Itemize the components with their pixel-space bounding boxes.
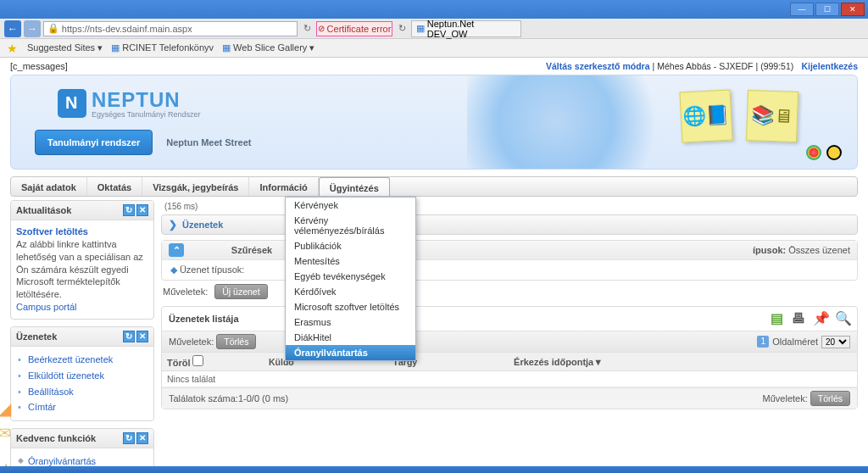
- export-xls-icon[interactable]: ▤: [769, 311, 784, 326]
- back-button[interactable]: ←: [4, 20, 21, 37]
- certificate-error[interactable]: ⊘ Certificate error: [316, 21, 392, 36]
- fav-oranyilvantartas[interactable]: Óranyilvántartás: [28, 456, 96, 466]
- print-icon[interactable]: 🖶: [791, 311, 806, 326]
- mail-icon[interactable]: ✉: [0, 424, 17, 442]
- pin-icon[interactable]: 📌: [813, 311, 828, 326]
- settings-link[interactable]: Beállítások: [28, 387, 74, 397]
- logout-link[interactable]: Kijelentkezés: [801, 61, 858, 71]
- maximize-button[interactable]: ☐: [815, 3, 839, 16]
- submenu-egyeb[interactable]: Egyéb tevékenységek: [286, 269, 415, 284]
- close-icon[interactable]: ✕: [136, 331, 148, 342]
- c-messages: [c_messages]: [10, 61, 68, 71]
- browser-address-bar: ← → 🔒 https://nts-dev.sdainf.main.aspx ↻…: [0, 19, 868, 39]
- collapse-toggle[interactable]: ⌃: [169, 243, 184, 257]
- fav-suggested[interactable]: Suggested Sites ▾: [27, 42, 103, 53]
- message-list-panel: Üzenetek listája ▤ 🖶 📌 🔍 Műveletek: Törl…: [161, 306, 858, 409]
- col-delete: Töröl: [167, 358, 191, 368]
- top-line: [c_messages] Váltás szerkesztő módra | M…: [0, 58, 868, 75]
- menu-informacio[interactable]: Információ: [249, 177, 318, 196]
- refresh-icon[interactable]: ↻: [123, 432, 135, 444]
- section-title: Üzenetek: [182, 220, 223, 230]
- pagesize-select[interactable]: 20: [821, 336, 850, 348]
- load-time: (156 ms): [164, 202, 858, 211]
- main-menu: Saját adatok Oktatás Vizsgák, jegybeírás…: [10, 176, 858, 197]
- panel-messages: Üzenetek ↻✕ Beérkezett üzenetek Elküldöt…: [10, 326, 154, 421]
- panel-messages-title: Üzenetek: [16, 331, 57, 342]
- fav-webslice[interactable]: ▦ Web Slice Gallery ▾: [222, 42, 314, 53]
- session-timer: (999:51): [760, 61, 793, 71]
- page-number[interactable]: 1: [757, 336, 769, 348]
- mode-academic[interactable]: Tanulmányi rendszer: [35, 130, 153, 155]
- new-message-button[interactable]: Új üzenet: [214, 284, 267, 299]
- refresh-icon[interactable]: ↻: [300, 23, 314, 34]
- software-download-link[interactable]: Szoftver letöltés: [16, 226, 88, 236]
- submenu-kerveny-biralas[interactable]: Kérvény véleményezés/bírálás: [286, 213, 415, 238]
- submenu-ugyintezes: Kérvények Kérvény véleményezés/bírálás P…: [285, 197, 416, 361]
- filter-box: ⌃ Szűrések ípusok: Összes üzenet ◆ Üzene…: [161, 240, 858, 281]
- operations-row: Műveletek: Új üzenet: [163, 284, 858, 299]
- mode-meetstreet[interactable]: Neptun Meet Street: [153, 131, 264, 154]
- no-result: Nincs találat: [162, 371, 857, 387]
- delete-button-bottom[interactable]: Törlés: [810, 391, 850, 406]
- refresh-icon-2[interactable]: ↻: [395, 23, 409, 34]
- logo-text: NEPTUN: [92, 88, 200, 112]
- postit-icon: 📚🖥: [746, 90, 798, 142]
- switch-edit-mode-link[interactable]: Váltás szerkesztő módra: [546, 61, 650, 71]
- submenu-kerdoivek[interactable]: Kérdőívek: [286, 284, 415, 299]
- chevron-right-icon[interactable]: ❯: [169, 219, 177, 231]
- submenu-kervenyek[interactable]: Kérvények: [286, 198, 415, 213]
- minimize-button[interactable]: —: [790, 3, 814, 16]
- browser-tab[interactable]: ▦ Neptun.Net DEV_OW: [411, 20, 521, 37]
- panel-news: Aktualitások ↻✕ Szoftver letöltés Az alá…: [10, 200, 154, 320]
- panel-news-title: Aktualitások: [16, 205, 71, 215]
- message-table: Töröl Küldő Tárgy Érkezés időpontja▼ Nin…: [162, 353, 857, 387]
- panel-fav-title: Kedvenc funkciók: [16, 433, 96, 443]
- close-button[interactable]: ✕: [841, 3, 865, 16]
- mode-ribbon: Tanulmányi rendszer Neptun Meet Street: [35, 130, 264, 155]
- contrast-icon[interactable]: [826, 145, 842, 160]
- addressbook-link[interactable]: Címtár: [28, 402, 56, 412]
- logo-subtitle: Egységes Tanulmányi Rendszer: [92, 110, 200, 119]
- ops-label3: Műveletek:: [763, 393, 808, 403]
- refresh-icon[interactable]: ↻: [123, 331, 135, 342]
- menu-vizsgak[interactable]: Vizsgák, jegybeírás: [142, 177, 249, 196]
- result-count: Találatok száma:1-0/0 (0 ms): [169, 393, 288, 403]
- submenu-erasmus[interactable]: Erasmus: [286, 314, 415, 330]
- refresh-icon[interactable]: ↻: [123, 204, 135, 216]
- submenu-diakhitel[interactable]: DiákHitel: [286, 330, 415, 345]
- header-banner: NEPTUN Egységes Tanulmányi Rendszer Tanu…: [10, 75, 858, 170]
- close-icon[interactable]: ✕: [136, 204, 148, 216]
- col-arrived[interactable]: Érkezés időpontja▼: [509, 353, 857, 371]
- forward-button[interactable]: →: [24, 20, 41, 37]
- menu-ugyintezes[interactable]: Ügyintézés: [319, 177, 390, 196]
- postit-group: 🌐📘 📚🖥: [681, 91, 798, 142]
- submenu-publikaciok[interactable]: Publikációk: [286, 238, 415, 253]
- browser-status-bar: [0, 466, 868, 473]
- sent-link[interactable]: Elküldött üzenetek: [28, 370, 104, 381]
- window-titlebar: — ☐ ✕: [0, 0, 868, 19]
- campus-portal-link[interactable]: Campus portál: [16, 302, 77, 312]
- logo: NEPTUN Egységes Tanulmányi Rendszer: [58, 88, 200, 119]
- search-icon[interactable]: 🔍: [835, 311, 850, 326]
- inbox-link[interactable]: Beérkezett üzenetek: [28, 354, 113, 364]
- submenu-mentesites[interactable]: Mentesítés: [286, 253, 415, 269]
- postit-icon: 🌐📘: [679, 89, 732, 142]
- select-all-checkbox[interactable]: [192, 355, 203, 366]
- menu-sajat-adatok[interactable]: Saját adatok: [11, 177, 87, 196]
- favorites-star-icon[interactable]: ★: [7, 42, 19, 54]
- banner-graphic: [467, 75, 687, 170]
- submenu-oranyilvantartas[interactable]: Óranyilvántartás: [286, 345, 415, 360]
- fav-phonebook[interactable]: ▦ RCINET Telefonkönyv: [111, 42, 214, 53]
- close-icon[interactable]: ✕: [136, 432, 148, 444]
- section-heading: ❯ Üzenetek: [161, 214, 858, 235]
- menu-oktatas[interactable]: Oktatás: [87, 177, 142, 196]
- color-theme-icon[interactable]: [806, 145, 821, 160]
- logo-icon: [58, 89, 86, 118]
- user-name: Méhes Abbás - SJXEDF: [657, 61, 753, 71]
- url-field[interactable]: 🔒 https://nts-dev.sdainf.main.aspx: [43, 21, 298, 36]
- list-title: Üzenetek listája: [169, 314, 239, 324]
- ops-label2: Műveletek:: [169, 337, 214, 347]
- submenu-ms-szoftver[interactable]: Microsoft szoftver letöltés: [286, 299, 415, 314]
- delete-button[interactable]: Törlés: [216, 334, 256, 349]
- rss-icon[interactable]: ◢: [0, 398, 17, 417]
